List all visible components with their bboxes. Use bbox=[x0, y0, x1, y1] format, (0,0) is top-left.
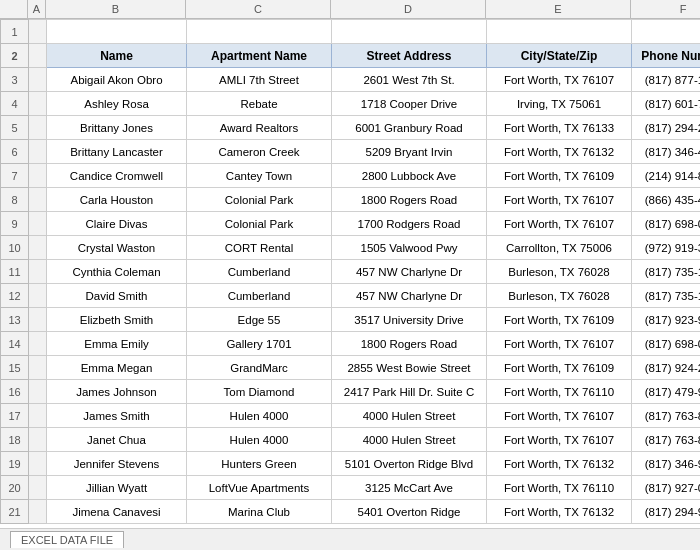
spreadsheet: A B C D E F 12NameApartm bbox=[0, 0, 700, 550]
row-number: 19 bbox=[1, 452, 29, 476]
row-number: 16 bbox=[1, 380, 29, 404]
data-cell: Fort Worth, TX 76107 bbox=[487, 332, 632, 356]
col-a-cell bbox=[29, 404, 47, 428]
data-cell: (817) 923-9700 bbox=[632, 308, 701, 332]
table-row: 4Ashley RosaRebate1718 Cooper DriveIrvin… bbox=[1, 92, 701, 116]
sheet-tab[interactable]: EXCEL DATA FILE bbox=[10, 531, 124, 548]
data-cell: Cynthia Coleman bbox=[47, 260, 187, 284]
row-number: 21 bbox=[1, 500, 29, 524]
data-cell: (817) 346-4541 bbox=[632, 140, 701, 164]
col-a-cell bbox=[29, 428, 47, 452]
col-a-cell bbox=[29, 332, 47, 356]
data-cell: Elizbeth Smith bbox=[47, 308, 187, 332]
data-cell: (866) 435-4510 bbox=[632, 188, 701, 212]
table-row: 11Cynthia ColemanCumberland457 NW Charly… bbox=[1, 260, 701, 284]
row-number: 10 bbox=[1, 236, 29, 260]
col-a-cell bbox=[29, 44, 47, 68]
data-cell: Colonial Park bbox=[187, 188, 332, 212]
sheet-tab-label: EXCEL DATA FILE bbox=[21, 534, 113, 546]
col-a-cell bbox=[29, 284, 47, 308]
data-cell: Fort Worth, TX 76132 bbox=[487, 140, 632, 164]
col-a-cell bbox=[29, 164, 47, 188]
data-cell: Abigail Akon Obro bbox=[47, 68, 187, 92]
data-cell: James Johnson bbox=[47, 380, 187, 404]
data-cell: Fort Worth, TX 76107 bbox=[487, 68, 632, 92]
data-cell bbox=[487, 20, 632, 44]
col-a-cell bbox=[29, 20, 47, 44]
data-cell: 1800 Rogers Road bbox=[332, 188, 487, 212]
data-cell: Fort Worth, TX 76132 bbox=[487, 452, 632, 476]
data-cell: Carla Houston bbox=[47, 188, 187, 212]
data-cell bbox=[632, 20, 701, 44]
data-cell bbox=[332, 20, 487, 44]
data-cell: (817) 601-7368 bbox=[632, 92, 701, 116]
table-area: 12NameApartment NameStreet AddressCity/S… bbox=[0, 19, 700, 528]
data-cell: (817) 479-9501 bbox=[632, 380, 701, 404]
table-row: 3Abigail Akon ObroAMLI 7th Street2601 We… bbox=[1, 68, 701, 92]
col-a-cell bbox=[29, 140, 47, 164]
data-cell: (817) 924-2900 bbox=[632, 356, 701, 380]
row-number: 1 bbox=[1, 20, 29, 44]
data-cell: Jimena Canavesi bbox=[47, 500, 187, 524]
data-cell: 3517 University Drive bbox=[332, 308, 487, 332]
row-number: 4 bbox=[1, 92, 29, 116]
data-cell: Hulen 4000 bbox=[187, 428, 332, 452]
data-cell: Colonial Park bbox=[187, 212, 332, 236]
data-cell: (817) 698-0422 bbox=[632, 332, 701, 356]
col-header-f: F bbox=[631, 0, 700, 18]
data-cell: Claire Divas bbox=[47, 212, 187, 236]
data-cell: Fort Worth, TX 76109 bbox=[487, 308, 632, 332]
table-row: 9Claire DivasColonial Park1700 Rodgers R… bbox=[1, 212, 701, 236]
row-number: 2 bbox=[1, 44, 29, 68]
data-cell: Burleson, TX 76028 bbox=[487, 284, 632, 308]
col-a-cell bbox=[29, 188, 47, 212]
data-cell: 4000 Hulen Street bbox=[332, 404, 487, 428]
row-number: 3 bbox=[1, 68, 29, 92]
data-cell: 2800 Lubbock Ave bbox=[332, 164, 487, 188]
corner-cell bbox=[0, 0, 28, 18]
data-cell: (817) 763-8768 bbox=[632, 404, 701, 428]
table-row: 2NameApartment NameStreet AddressCity/St… bbox=[1, 44, 701, 68]
data-cell: 5101 Overton Ridge Blvd bbox=[332, 452, 487, 476]
data-cell: CORT Rental bbox=[187, 236, 332, 260]
data-cell: Award Realtors bbox=[187, 116, 332, 140]
data-cell: (817) 735-1223 bbox=[632, 260, 701, 284]
row-number: 12 bbox=[1, 284, 29, 308]
col-a-cell bbox=[29, 92, 47, 116]
row-number: 11 bbox=[1, 260, 29, 284]
table-row: 5Brittany JonesAward Realtors6001 Granbu… bbox=[1, 116, 701, 140]
col-header-c: C bbox=[186, 0, 331, 18]
data-cell: Emma Emily bbox=[47, 332, 187, 356]
data-cell: Candice Cromwell bbox=[47, 164, 187, 188]
data-cell: Street Address bbox=[332, 44, 487, 68]
data-cell: Fort Worth, TX 76110 bbox=[487, 476, 632, 500]
data-cell: Cumberland bbox=[187, 260, 332, 284]
data-cell: (817) 927-0311 bbox=[632, 476, 701, 500]
table-row: 14Emma EmilyGallery 17011800 Rogers Road… bbox=[1, 332, 701, 356]
data-cell bbox=[187, 20, 332, 44]
data-cell: (817) 294-9606 bbox=[632, 500, 701, 524]
data-cell: 1718 Cooper Drive bbox=[332, 92, 487, 116]
data-cell: Hulen 4000 bbox=[187, 404, 332, 428]
data-cell: (817) 763-8768 bbox=[632, 428, 701, 452]
column-headers: A B C D E F bbox=[0, 0, 700, 19]
col-a-cell bbox=[29, 476, 47, 500]
data-cell: Edge 55 bbox=[187, 308, 332, 332]
row-number: 20 bbox=[1, 476, 29, 500]
data-cell: Carrollton, TX 75006 bbox=[487, 236, 632, 260]
col-a-cell bbox=[29, 236, 47, 260]
data-cell: 1700 Rodgers Road bbox=[332, 212, 487, 236]
data-cell: LoftVue Apartments bbox=[187, 476, 332, 500]
table-row: 7Candice CromwellCantey Town2800 Lubbock… bbox=[1, 164, 701, 188]
data-cell: Jillian Wyatt bbox=[47, 476, 187, 500]
table-row: 13Elizbeth SmithEdge 553517 University D… bbox=[1, 308, 701, 332]
data-cell: Fort Worth, TX 76107 bbox=[487, 188, 632, 212]
table-row: 16James JohnsonTom Diamond2417 Park Hill… bbox=[1, 380, 701, 404]
data-cell: (817) 294-2353 bbox=[632, 116, 701, 140]
data-cell: Fort Worth, TX 76133 bbox=[487, 116, 632, 140]
data-table: 12NameApartment NameStreet AddressCity/S… bbox=[0, 19, 700, 524]
data-cell: Phone Number bbox=[632, 44, 701, 68]
table-row: 12David SmithCumberland457 NW Charlyne D… bbox=[1, 284, 701, 308]
data-cell: Fort Worth, TX 76107 bbox=[487, 212, 632, 236]
data-cell: David Smith bbox=[47, 284, 187, 308]
